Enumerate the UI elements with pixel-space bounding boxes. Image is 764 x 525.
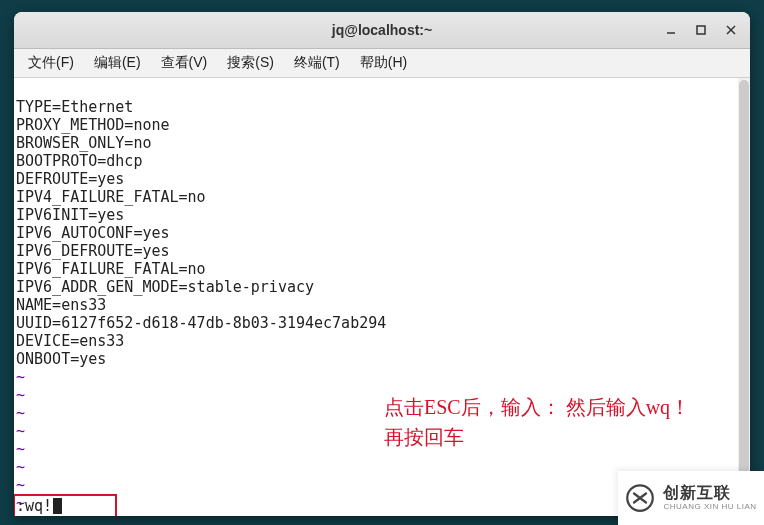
vim-tilde: ~ — [16, 422, 25, 440]
maximize-button[interactable] — [686, 15, 716, 45]
terminal-content: TYPE=Ethernet PROXY_METHOD=none BROWSER_… — [16, 80, 738, 516]
terminal-area[interactable]: TYPE=Ethernet PROXY_METHOD=none BROWSER_… — [14, 78, 750, 516]
file-line: UUID=6127f652-d618-47db-8b03-3194ec7ab29… — [16, 314, 386, 332]
scrollbar-thumb[interactable] — [739, 80, 749, 500]
vim-tilde: ~ — [16, 458, 25, 476]
file-line: IPV6_ADDR_GEN_MODE=stable-privacy — [16, 278, 314, 296]
menu-edit[interactable]: 编辑(E) — [84, 51, 151, 75]
file-line: DEFROUTE=yes — [16, 170, 124, 188]
file-line: BOOTPROTO=dhcp — [16, 152, 142, 170]
menu-view[interactable]: 查看(V) — [151, 51, 218, 75]
menu-file[interactable]: 文件(F) — [18, 51, 84, 75]
window-controls — [656, 12, 746, 48]
file-line: IPV6_AUTOCONF=yes — [16, 224, 170, 242]
file-line: IPV4_FAILURE_FATAL=no — [16, 188, 206, 206]
cursor-icon — [53, 498, 62, 514]
file-line: IPV6_FAILURE_FATAL=no — [16, 260, 206, 278]
svg-rect-1 — [697, 26, 705, 34]
file-line: DEVICE=ens33 — [16, 332, 124, 350]
titlebar: jq@localhost:~ — [14, 12, 750, 49]
vim-tilde: ~ — [16, 476, 25, 494]
minimize-button[interactable] — [656, 15, 686, 45]
file-line: IPV6_DEFROUTE=yes — [16, 242, 170, 260]
menu-search[interactable]: 搜索(S) — [217, 51, 284, 75]
vim-tilde: ~ — [16, 386, 25, 404]
file-line: NAME=ens33 — [16, 296, 106, 314]
window-title: jq@localhost:~ — [14, 22, 750, 38]
file-line: TYPE=Ethernet — [16, 98, 133, 116]
watermark-logo-icon — [625, 483, 655, 513]
watermark-text: 创新互联 CHUANG XIN HU LIAN — [663, 485, 756, 511]
vim-command-line[interactable]: :wq! — [16, 497, 62, 515]
menubar: 文件(F) 编辑(E) 查看(V) 搜索(S) 终端(T) 帮助(H) — [14, 49, 750, 78]
watermark: 创新互联 CHUANG XIN HU LIAN — [618, 471, 764, 525]
vim-command-text: :wq! — [16, 497, 52, 515]
terminal-window: jq@localhost:~ 文件(F) 编辑(E) 查看(V) 搜索(S) 终… — [14, 12, 750, 516]
menu-help[interactable]: 帮助(H) — [350, 51, 417, 75]
file-line: PROXY_METHOD=none — [16, 116, 170, 134]
vim-tilde: ~ — [16, 368, 25, 386]
menu-terminal[interactable]: 终端(T) — [284, 51, 350, 75]
vim-tilde: ~ — [16, 404, 25, 422]
file-line: BROWSER_ONLY=no — [16, 134, 151, 152]
file-line: IPV6INIT=yes — [16, 206, 124, 224]
scrollbar[interactable] — [738, 78, 750, 516]
file-line: ONBOOT=yes — [16, 350, 106, 368]
watermark-en: CHUANG XIN HU LIAN — [663, 503, 756, 511]
vim-tilde: ~ — [16, 440, 25, 458]
watermark-cn: 创新互联 — [663, 485, 756, 501]
close-button[interactable] — [716, 15, 746, 45]
